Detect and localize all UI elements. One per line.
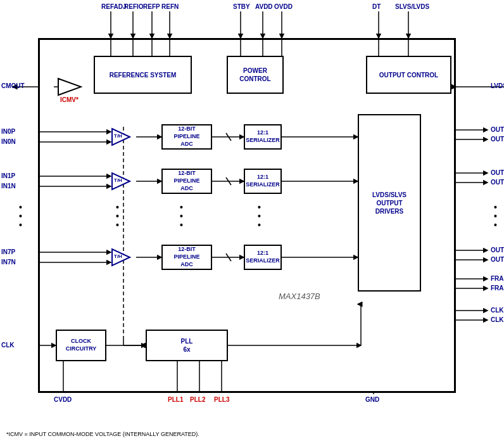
pin-in7p: IN7P: [1, 248, 15, 255]
svg-text:T/H: T/H: [114, 254, 122, 259]
pin-out0p: OUT0P: [491, 126, 504, 133]
pin-ovdd: OVDD: [274, 3, 293, 10]
pin-framep: FRAMEP: [491, 275, 504, 282]
ser7-block: 12:1SERIALIZER: [244, 245, 282, 270]
pin-refadj: REFADJ: [101, 3, 126, 10]
pin-refn: REFN: [161, 3, 179, 10]
drivers-block: LVDS/SLVSOUTPUTDRIVERS: [358, 114, 421, 292]
pin-clkoutp: CLKOUTP: [491, 307, 504, 314]
pin-in7n: IN7N: [1, 259, 16, 266]
pin-in0p: IN0P: [1, 128, 15, 135]
pin-in1p: IN1P: [1, 172, 15, 179]
svg-marker-65: [58, 79, 81, 95]
chip-name-label: MAX1437B: [279, 292, 320, 301]
pin-out0n: OUT0N: [491, 136, 504, 143]
ser1-block: 12:1SERIALIZER: [244, 169, 282, 194]
dots-th: •••: [116, 203, 118, 229]
reference-system-block: REFERENCE SYSTEM: [94, 56, 192, 94]
pin-cmout: CMOUT: [1, 82, 25, 89]
adc7-block: 12-BITPIPELINEADC: [161, 245, 212, 270]
pin-stby: STBY: [233, 3, 250, 10]
pin-out7n: OUT7N: [491, 256, 504, 263]
output-control-block: OUTPUT CONTROL: [366, 56, 451, 94]
th0-block: T/H: [111, 127, 136, 146]
pin-lvdstest: LVDSTEST: [491, 82, 504, 89]
dots-ser: •••: [258, 203, 260, 229]
svg-text:T/H: T/H: [114, 177, 122, 183]
dots-in-left: •••: [19, 203, 21, 229]
pin-out1p: OUT1P: [491, 169, 504, 176]
diagram-container: REFADJ REFIO REFP REFN STBY AVDD OVDD DT…: [0, 0, 504, 443]
adc0-block: 12-BITPIPELINEADC: [161, 124, 212, 150]
pin-refio: REFIO: [124, 3, 144, 10]
clock-circuitry-block: CLOCKCIRCUITRY: [56, 330, 106, 361]
pin-clk: CLK: [1, 342, 15, 349]
pin-out7p: OUT7P: [491, 247, 504, 254]
dots-out-right: •••: [494, 203, 496, 229]
dots-adc: •••: [180, 203, 182, 229]
pin-gnd: GND: [365, 396, 379, 403]
pin-dt: DT: [372, 3, 381, 10]
pin-pll3: PLL3: [214, 396, 229, 403]
pin-pll2: PLL2: [190, 396, 205, 403]
pin-refp: REFP: [143, 3, 160, 10]
pin-icmv: ICMV*: [60, 96, 79, 103]
svg-text:T/H: T/H: [114, 133, 122, 139]
cmout-buffer: [57, 77, 82, 96]
pin-pll1: PLL1: [168, 396, 183, 403]
pin-cvdd: CVDD: [54, 396, 72, 403]
pll-block: PLL6x: [146, 330, 228, 361]
th7-block: T/H: [111, 248, 136, 267]
pin-framen: FRAMEN: [491, 285, 504, 292]
pin-clkoutn: CLKOUTN: [491, 316, 504, 323]
pin-in0n: IN0N: [1, 138, 16, 145]
pin-in1n: IN1N: [1, 183, 16, 189]
th1-block: T/H: [111, 172, 136, 191]
power-control-block: POWER CONTROL: [227, 56, 284, 94]
pin-avdd: AVDD: [255, 3, 273, 10]
pin-slvs-lvds: SLVS/LVDS: [395, 3, 429, 10]
footnote: *ICMV = INPUT COMMON-MODE VOLTAGE (INTER…: [6, 431, 199, 437]
pin-out1n: OUT1N: [491, 179, 504, 186]
ser0-block: 12:1SERIALIZER: [244, 124, 282, 150]
adc1-block: 12-BITPIPELINEADC: [161, 169, 212, 194]
